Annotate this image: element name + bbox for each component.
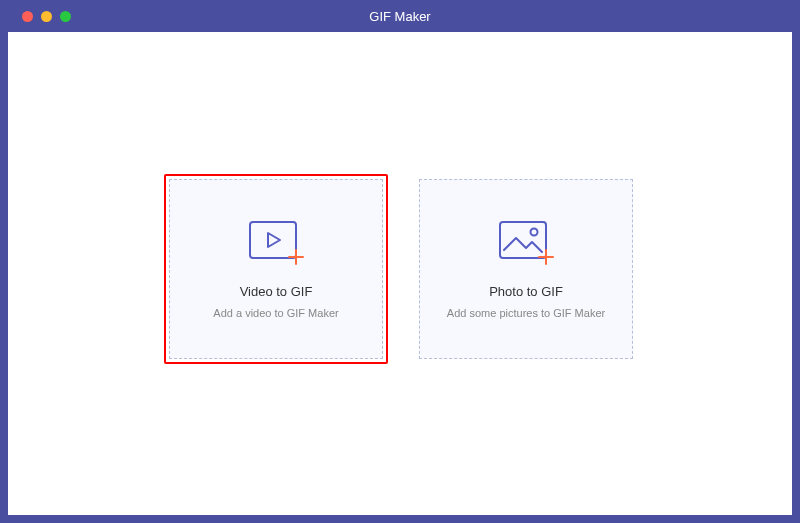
titlebar: GIF Maker — [8, 0, 792, 32]
svg-point-5 — [531, 229, 538, 236]
photo-image-icon — [496, 218, 556, 266]
window-title: GIF Maker — [8, 9, 792, 24]
video-play-icon — [246, 218, 306, 266]
app-window: GIF Maker Video to GIF Add a video to GI… — [0, 0, 800, 523]
traffic-lights — [8, 11, 71, 22]
svg-rect-0 — [250, 222, 296, 258]
photo-option-subtitle: Add some pictures to GIF Maker — [447, 307, 605, 319]
video-to-gif-wrapper: Video to GIF Add a video to GIF Maker — [164, 174, 388, 364]
main-content: Video to GIF Add a video to GIF Maker — [8, 32, 792, 515]
video-to-gif-option[interactable]: Video to GIF Add a video to GIF Maker — [169, 179, 383, 359]
photo-to-gif-option[interactable]: Photo to GIF Add some pictures to GIF Ma… — [419, 179, 633, 359]
photo-option-title: Photo to GIF — [489, 284, 563, 299]
svg-rect-4 — [500, 222, 546, 258]
minimize-icon[interactable] — [41, 11, 52, 22]
maximize-icon[interactable] — [60, 11, 71, 22]
close-icon[interactable] — [22, 11, 33, 22]
video-option-subtitle: Add a video to GIF Maker — [213, 307, 338, 319]
photo-to-gif-wrapper: Photo to GIF Add some pictures to GIF Ma… — [416, 176, 636, 362]
svg-marker-1 — [268, 233, 280, 247]
video-option-title: Video to GIF — [240, 284, 313, 299]
